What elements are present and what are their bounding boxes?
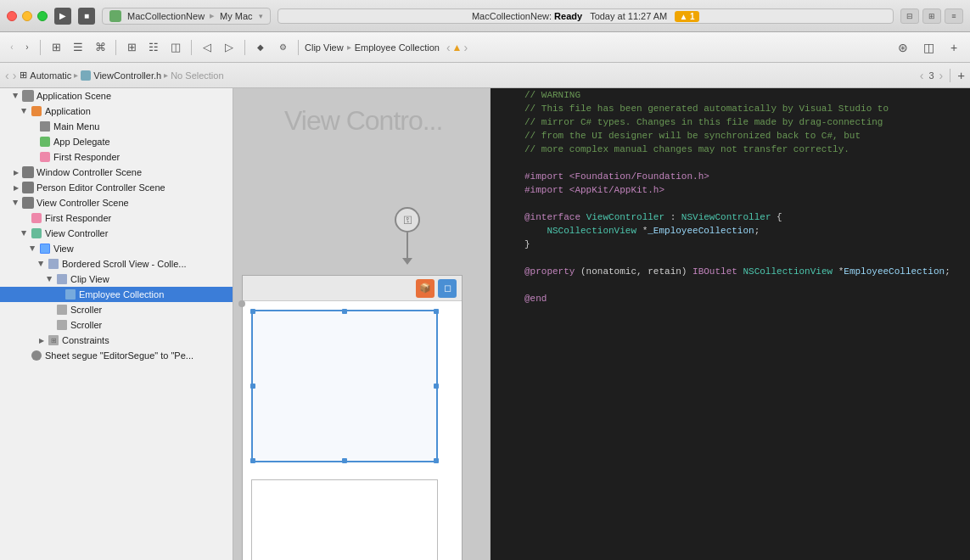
breadcrumb-nav-right-2[interactable]: ›	[13, 69, 17, 82]
triangle-constraints: ▶	[37, 336, 46, 344]
breadcrumb-nav-right[interactable]: ›	[464, 41, 468, 54]
nav-forward-button[interactable]: ›	[20, 41, 34, 54]
filename-label[interactable]: ViewController.h	[93, 70, 161, 81]
nav-item-first-responder-2[interactable]: First Responder	[0, 210, 233, 226]
destination-label: My Mac	[220, 11, 253, 21]
code-open-brace: {	[771, 210, 782, 224]
code-field-name: _EmployeeCollection	[648, 224, 754, 238]
breadcrumb-employee-collection[interactable]: Employee Collection	[355, 42, 440, 53]
nav-item-app-scene[interactable]: ▶ Application Scene	[0, 88, 233, 104]
list-icon-btn[interactable]: ☷	[144, 38, 163, 57]
code-line-14: @property (nonatomic, retain) IBOutlet N…	[491, 265, 970, 278]
back-btn[interactable]: ◁	[198, 38, 216, 57]
breadcrumb-nav-left-2[interactable]: ‹	[5, 69, 9, 82]
code-iboutlet: IBOutlet	[692, 265, 743, 278]
toolbar-right: ⊛ ◫ +	[892, 38, 965, 57]
code-line-4: // from the UI designer will be synchron…	[491, 129, 970, 143]
nav-item-scroller-1[interactable]: Scroller	[0, 302, 233, 317]
first-responder-2-label: First Responder	[45, 213, 111, 223]
add-editor-btn[interactable]: +	[943, 38, 965, 57]
t2-nav-right[interactable]: ›	[939, 69, 944, 82]
nav-item-employee-collection[interactable]: Employee Collection	[0, 287, 233, 302]
handle-tr	[434, 309, 439, 314]
scroller-1-label: Scroller	[70, 305, 102, 315]
code-line-13	[491, 251, 970, 265]
code-blank-1	[524, 156, 530, 170]
code-import-2: #import <AppKit/AppKit.h>	[524, 183, 664, 197]
nav-item-window-scene[interactable]: ▶ Window Controller Scene	[0, 165, 233, 180]
code-colon: :	[664, 210, 681, 224]
minimize-button[interactable]	[22, 11, 32, 21]
spacer-responder1	[29, 153, 37, 161]
nav-item-view[interactable]: ▶ View	[0, 241, 233, 256]
view-label: View	[53, 244, 74, 254]
maximize-button[interactable]	[37, 11, 48, 21]
sel-icon-btn[interactable]: ◻	[438, 279, 457, 298]
segue-arrowhead	[402, 258, 412, 265]
automatic-label[interactable]: Automatic	[30, 70, 71, 81]
split-btn[interactable]: ◫	[917, 38, 939, 57]
t2-add-btn[interactable]: +	[957, 68, 965, 82]
scroller-icon-1	[56, 304, 68, 316]
inspector-toggle[interactable]: ⊟	[900, 8, 919, 24]
code-prop-ptr: *	[833, 265, 844, 278]
nav-item-person-scene[interactable]: ▶ Person Editor Controller Scene	[0, 180, 233, 195]
nav-item-sheet-segue[interactable]: Sheet segue "EditorSegue" to "Pe...	[0, 348, 233, 363]
nav-item-view-controller[interactable]: ▶ View Controller	[0, 226, 233, 241]
thread-btn[interactable]: ⚙	[273, 38, 292, 57]
triangle-app-scene: ▶	[12, 92, 20, 100]
code-field-type: NSCollectionView	[547, 224, 636, 238]
file-icon-btn[interactable]: ☰	[69, 38, 87, 57]
no-selection-label[interactable]: No Selection	[171, 70, 223, 81]
nav-item-main-menu[interactable]: Main Menu	[0, 119, 233, 134]
segue-icon	[31, 350, 42, 361]
scroller-icon-2	[56, 319, 68, 331]
handle-bl	[250, 458, 255, 463]
canvas-frame: 📦 ◻	[242, 275, 463, 560]
line-num-4	[497, 129, 518, 143]
warning-badge[interactable]: ▲ 1	[675, 11, 698, 22]
breakpoint-btn[interactable]: ◆	[251, 38, 270, 57]
nav-item-vc-scene[interactable]: ▶ View Controller Scene	[0, 195, 233, 210]
handle-lm	[250, 384, 255, 389]
code-comment-1[interactable]: // WARNING	[524, 88, 580, 102]
grid-icon-btn[interactable]: ⊞	[122, 38, 141, 57]
selected-collection-box[interactable]	[251, 310, 438, 462]
separator-2	[115, 40, 116, 55]
spacer-menu	[29, 122, 37, 131]
line-num-7	[497, 170, 518, 183]
nav-item-application[interactable]: ▶ Application	[0, 104, 233, 119]
code-prop-semi: ;	[945, 265, 950, 278]
breadcrumb-nav: ‹ ›	[5, 41, 34, 54]
breadcrumb-clip-view[interactable]: Clip View	[305, 42, 344, 53]
obj-icon-btn[interactable]: 📦	[416, 279, 435, 298]
code-import-1: #import <Foundation/Foundation.h>	[524, 170, 709, 183]
scene-icon-person	[22, 182, 34, 193]
nav-item-first-responder-1[interactable]: First Responder	[0, 149, 233, 165]
folder-icon-btn[interactable]: ⊞	[47, 38, 65, 57]
run-button[interactable]: ▶	[54, 8, 71, 25]
jump-btn[interactable]: ⊛	[892, 38, 914, 57]
segue-circle-icon: ⚿	[403, 215, 412, 225]
code-field-semi: ;	[754, 224, 760, 238]
debug-toggle[interactable]: ⊞	[922, 8, 941, 24]
nav-back-button[interactable]: ‹	[5, 41, 19, 54]
code-line-8: #import <AppKit/AppKit.h>	[491, 183, 970, 197]
triangle-window-scene: ▶	[12, 168, 20, 176]
nav-item-app-delegate[interactable]: App Delegate	[0, 134, 233, 149]
nav-item-bordered-scroll[interactable]: ▶ Bordered Scroll View - Colle...	[0, 256, 233, 272]
utility-toggle[interactable]: ≡	[945, 8, 963, 24]
scheme-selector[interactable]: MacCollectionNew ▸ My Mac ▾	[102, 8, 271, 25]
hierarchy-icon-btn[interactable]: ⌘	[91, 38, 109, 57]
nav-item-clip-view[interactable]: ▶ Clip View	[0, 272, 233, 287]
breadcrumb-nav-left[interactable]: ‹	[446, 41, 451, 54]
spacer-responder2	[20, 214, 29, 222]
main-menu-label: Main Menu	[53, 121, 99, 132]
t2-nav-left[interactable]: ‹	[920, 69, 924, 82]
compare-icon-btn[interactable]: ◫	[166, 38, 185, 57]
stop-button[interactable]: ■	[78, 8, 95, 25]
nav-item-scroller-2[interactable]: Scroller	[0, 317, 233, 333]
close-button[interactable]	[7, 11, 17, 21]
forward-btn[interactable]: ▷	[220, 38, 238, 57]
nav-item-constraints[interactable]: ▶ ⊞ Constraints	[0, 333, 233, 348]
